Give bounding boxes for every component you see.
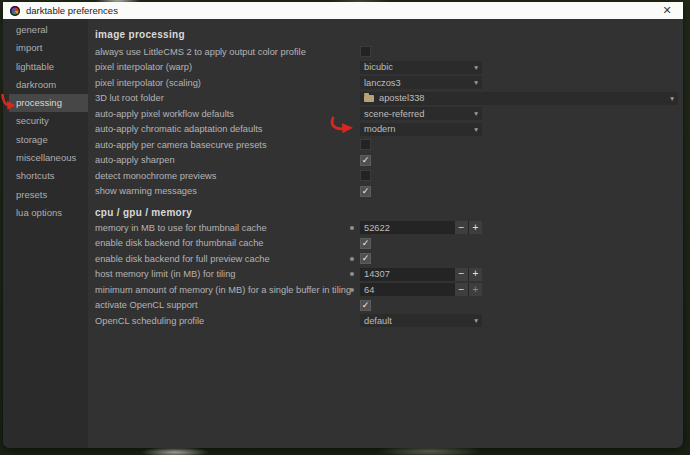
- control-wrap: ✓: [360, 170, 371, 181]
- control-wrap: modern▾: [360, 123, 482, 136]
- selected-value: default: [364, 316, 392, 326]
- checkbox-auto-apply-sharpen[interactable]: ✓: [360, 155, 371, 166]
- selected-value: apostel338: [379, 93, 425, 103]
- modified-indicator-dot: [350, 226, 354, 230]
- checkbox-enable-disk-backend-for-full-preview-cache[interactable]: ✓: [360, 253, 371, 264]
- sidebar-item-import[interactable]: import: [3, 39, 88, 57]
- setting-label-3d-lut-root-folder: 3D lut root folder: [95, 93, 360, 103]
- setting-label-activate-opencl-support: activate OpenCL support: [95, 300, 360, 310]
- dropdown-pixel-interpolator-warp[interactable]: bicubic▾: [360, 61, 482, 74]
- modified-indicator-dot: [350, 288, 354, 292]
- settings-row: auto-apply sharpen✓: [95, 153, 683, 169]
- settings-panel: image processingalways use LittleCMS 2 t…: [88, 19, 683, 448]
- setting-label-auto-apply-chromatic-adaptation-defaults: auto-apply chromatic adaptation defaults: [95, 124, 360, 134]
- titlebar: darktable preferences ✕: [3, 2, 683, 19]
- annotation-arrow-processing: [0, 94, 17, 113]
- minus-icon[interactable]: −: [455, 221, 468, 234]
- sidebar-item-lighttable[interactable]: lighttable: [3, 58, 88, 76]
- setting-label-minimum-amount-of-memory-in-mb-for-a-single-buffer-in-tiling: minimum amount of memory (in MB) for a s…: [95, 285, 360, 295]
- dropdown-pixel-interpolator-scaling[interactable]: lanczos3▾: [360, 76, 482, 89]
- spin-value: 14307: [360, 269, 454, 279]
- settings-row: detect monochrome previews✓: [95, 168, 683, 184]
- folder-icon: [364, 95, 374, 102]
- control-wrap: default▾: [360, 314, 482, 327]
- settings-row: memory in MB to use for thumbnail cache5…: [95, 220, 683, 236]
- selected-value: lanczos3: [364, 78, 401, 88]
- setting-label-memory-in-mb-to-use-for-thumbnail-cache: memory in MB to use for thumbnail cache: [95, 223, 360, 233]
- sidebar-item-miscellaneous[interactable]: miscellaneous: [3, 149, 88, 167]
- settings-row: show warning messages✓: [95, 184, 683, 200]
- control-wrap: ✓: [360, 46, 371, 57]
- spin-value: 52622: [360, 223, 454, 233]
- sidebar-item-presets[interactable]: presets: [3, 186, 88, 204]
- settings-row: activate OpenCL support✓: [95, 298, 683, 314]
- setting-label-auto-apply-pixel-workflow-defaults: auto-apply pixel workflow defaults: [95, 109, 360, 119]
- settings-row: auto-apply pixel workflow defaultsscene-…: [95, 106, 683, 122]
- spin-value: 64: [360, 285, 454, 295]
- control-wrap: 64−+: [360, 283, 482, 296]
- settings-row: auto-apply per camera basecurve presets✓: [95, 137, 683, 153]
- control-wrap: lanczos3▾: [360, 76, 482, 89]
- folder-picker-3d-lut-root-folder[interactable]: apostel338▾: [360, 92, 678, 105]
- checkbox-auto-apply-per-camera-basecurve-presets[interactable]: ✓: [360, 139, 371, 150]
- setting-label-always-use-littlecms-2-to-apply-output-color-profile: always use LittleCMS 2 to apply output c…: [95, 47, 360, 57]
- settings-row: host memory limit (in MB) for tiling1430…: [95, 267, 683, 283]
- control-wrap: apostel338▾: [360, 92, 678, 105]
- setting-label-pixel-interpolator-warp: pixel interpolator (warp): [95, 62, 360, 72]
- sidebar-item-lua-options[interactable]: lua options: [3, 204, 88, 222]
- spinbox-minimum-amount-of-memory-in-mb-for-a-single-buffer-in-tiling[interactable]: 64−+: [360, 283, 482, 296]
- checkbox-enable-disk-backend-for-thumbnail-cache[interactable]: ✓: [360, 238, 371, 249]
- settings-row: enable disk backend for full preview cac…: [95, 251, 683, 267]
- checkbox-always-use-littlecms-2-to-apply-output-color-profile[interactable]: ✓: [360, 46, 371, 57]
- screenshot-root: { "window": { "title": "darktable prefer…: [0, 0, 690, 455]
- chevron-down-icon: ▾: [474, 317, 478, 325]
- selected-value: modern: [364, 124, 396, 134]
- annotation-arrow-modern: [329, 116, 361, 136]
- spinbox-host-memory-limit-in-mb-for-tiling[interactable]: 14307−+: [360, 268, 482, 281]
- minus-icon[interactable]: −: [455, 283, 468, 296]
- dropdown-auto-apply-pixel-workflow-defaults[interactable]: scene-referred▾: [360, 107, 482, 120]
- sidebar-item-processing[interactable]: processing: [9, 94, 88, 112]
- minus-icon[interactable]: −: [455, 268, 468, 281]
- checkbox-detect-monochrome-previews[interactable]: ✓: [360, 170, 371, 181]
- chevron-down-icon: ▾: [474, 126, 478, 134]
- control-wrap: 14307−+: [360, 268, 482, 281]
- dropdown-opencl-scheduling-profile[interactable]: default▾: [360, 314, 482, 327]
- dropdown-auto-apply-chromatic-adaptation-defaults[interactable]: modern▾: [360, 123, 482, 136]
- setting-label-opencl-scheduling-profile: OpenCL scheduling profile: [95, 316, 360, 326]
- setting-label-enable-disk-backend-for-full-preview-cache: enable disk backend for full preview cac…: [95, 254, 360, 264]
- control-wrap: bicubic▾: [360, 61, 482, 74]
- control-wrap: ✓: [360, 139, 371, 150]
- checkbox-show-warning-messages[interactable]: ✓: [360, 186, 371, 197]
- settings-row: minimum amount of memory (in MB) for a s…: [95, 282, 683, 298]
- sidebar-item-security[interactable]: security: [3, 112, 88, 130]
- sidebar: generalimportlighttabledarkroomprocessin…: [3, 19, 88, 448]
- sidebar-item-storage[interactable]: storage: [3, 131, 88, 149]
- chevron-down-icon: ▾: [474, 110, 478, 118]
- control-wrap: ✓: [360, 253, 371, 264]
- setting-label-host-memory-limit-in-mb-for-tiling: host memory limit (in MB) for tiling: [95, 269, 360, 279]
- window-body: generalimportlighttabledarkroomprocessin…: [3, 19, 683, 448]
- control-wrap: 52622−+: [360, 221, 482, 234]
- settings-row: always use LittleCMS 2 to apply output c…: [95, 44, 683, 60]
- control-wrap: ✓: [360, 238, 371, 249]
- sidebar-item-general[interactable]: general: [3, 21, 88, 39]
- plus-icon[interactable]: +: [469, 268, 482, 281]
- close-icon[interactable]: ✕: [660, 5, 674, 16]
- sidebar-item-shortcuts[interactable]: shortcuts: [3, 167, 88, 185]
- plus-icon[interactable]: +: [469, 221, 482, 234]
- setting-label-auto-apply-per-camera-basecurve-presets: auto-apply per camera basecurve presets: [95, 140, 360, 150]
- spinbox-memory-in-mb-to-use-for-thumbnail-cache[interactable]: 52622−+: [360, 221, 482, 234]
- control-wrap: ✓: [360, 186, 371, 197]
- sidebar-item-darkroom[interactable]: darkroom: [3, 76, 88, 94]
- control-wrap: scene-referred▾: [360, 107, 482, 120]
- setting-label-detect-monochrome-previews: detect monochrome previews: [95, 171, 360, 181]
- plus-icon[interactable]: +: [469, 283, 482, 296]
- settings-row: pixel interpolator (scaling)lanczos3▾: [95, 75, 683, 91]
- selected-value: bicubic: [364, 62, 393, 72]
- settings-row: enable disk backend for thumbnail cache✓: [95, 236, 683, 252]
- modified-indicator-dot: [350, 257, 354, 261]
- settings-row: 3D lut root folderapostel338▾: [95, 91, 683, 107]
- setting-label-auto-apply-sharpen: auto-apply sharpen: [95, 155, 360, 165]
- checkbox-activate-opencl-support[interactable]: ✓: [360, 300, 371, 311]
